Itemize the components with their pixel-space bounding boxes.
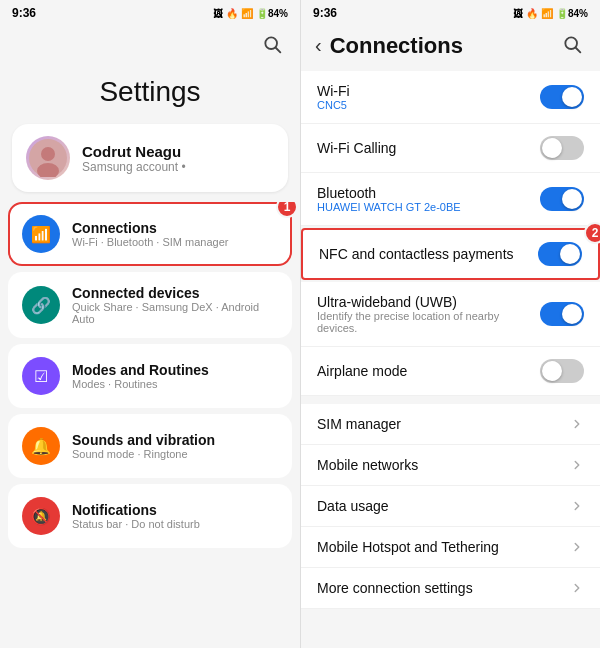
sounds-icon: 🔔 [22,427,60,465]
menu-item-modes-routines[interactable]: ☑ Modes and Routines Modes · Routines [8,344,292,408]
sounds-title: Sounds and vibration [72,432,215,448]
conn-item-uwb[interactable]: Ultra-wideband (UWB) Identify the precis… [301,282,600,347]
data-usage-name: Data usage [317,498,389,514]
nfc-left: NFC and contactless payments [319,246,514,262]
left-status-bar: 9:36 🖼 🔥 📶 🔋84% [0,0,300,24]
user-sub: Samsung account • [82,160,186,174]
connections-list: Wi-Fi CNC5 Wi-Fi Calling Bluetooth HUAWE… [301,71,600,648]
nfc-name: NFC and contactless payments [319,246,514,262]
bluetooth-sub: HUAWEI WATCH GT 2e-0BE [317,201,461,213]
connected-devices-icon: 🔗 [22,286,60,324]
uwb-left: Ultra-wideband (UWB) Identify the precis… [317,294,540,334]
connected-devices-text: Connected devices Quick Share · Samsung … [72,285,278,325]
wifi-calling-name: Wi-Fi Calling [317,140,396,156]
menu-item-sounds[interactable]: 🔔 Sounds and vibration Sound mode · Ring… [8,414,292,478]
battery-icon: 🔋84% [256,8,288,19]
modes-routines-title: Modes and Routines [72,362,209,378]
menu-item-connections[interactable]: 📶 Connections Wi-Fi · Bluetooth · SIM ma… [8,202,292,266]
conn-item-nfc[interactable]: NFC and contactless payments 2 [301,228,600,280]
wifi-toggle[interactable] [540,85,584,109]
mobile-networks-arrow-icon [570,458,584,472]
flame-icon: 🔥 [226,8,238,19]
signal-icon: 📶 [241,8,253,19]
nfc-badge: 2 [584,222,600,244]
sounds-sub: Sound mode · Ringtone [72,448,215,460]
menu-item-notifications[interactable]: 🔕 Notifications Status bar · Do not dist… [8,484,292,548]
notifications-sub: Status bar · Do not disturb [72,518,200,530]
connections-search-icon [562,34,582,54]
conn-item-mobile-networks[interactable]: Mobile networks [301,445,600,486]
avatar [26,136,70,180]
airplane-left: Airplane mode [317,363,407,379]
conn-item-wifi[interactable]: Wi-Fi CNC5 [301,71,600,124]
connections-sub: Wi-Fi · Bluetooth · SIM manager [72,236,229,248]
modes-routines-sub: Modes · Routines [72,378,209,390]
svg-line-1 [276,48,281,53]
hotspot-left: Mobile Hotspot and Tethering [317,539,499,555]
conn-item-wifi-calling[interactable]: Wi-Fi Calling [301,124,600,173]
notifications-text: Notifications Status bar · Do not distur… [72,502,200,530]
conn-item-more-conn[interactable]: More connection settings [301,568,600,609]
right-signal-icon: 📶 [541,8,553,19]
conn-item-data-usage[interactable]: Data usage [301,486,600,527]
conn-item-hotspot[interactable]: Mobile Hotspot and Tethering [301,527,600,568]
connections-search-button[interactable] [558,30,586,61]
uwb-sub: Identify the precise location of nearby … [317,310,540,334]
mobile-networks-name: Mobile networks [317,457,418,473]
left-search-bar [0,24,300,66]
modes-routines-text: Modes and Routines Modes · Routines [72,362,209,390]
conn-item-airplane[interactable]: Airplane mode [301,347,600,396]
right-notification-icon: 🖼 [513,8,523,19]
connections-icon: 📶 [22,215,60,253]
wifi-sub: CNC5 [317,99,350,111]
user-profile[interactable]: Codrut Neagu Samsung account • [12,124,288,192]
airplane-name: Airplane mode [317,363,407,379]
nfc-toggle[interactable] [538,242,582,266]
airplane-toggle[interactable] [540,359,584,383]
right-battery-icon: 🔋84% [556,8,588,19]
conn-item-sim[interactable]: SIM manager [301,404,600,445]
sim-arrow-icon [570,417,584,431]
back-button[interactable]: ‹ [315,34,322,57]
svg-point-3 [41,147,55,161]
hotspot-arrow-icon [570,540,584,554]
sim-left: SIM manager [317,416,401,432]
user-name: Codrut Neagu [82,143,186,160]
right-flame-icon: 🔥 [526,8,538,19]
notifications-icon: 🔕 [22,497,60,535]
wifi-calling-left: Wi-Fi Calling [317,140,396,156]
conn-gap-sim [301,396,600,404]
left-panel: 9:36 🖼 🔥 📶 🔋84% Settings Codrut [0,0,300,648]
right-status-bar: 9:36 🖼 🔥 📶 🔋84% [301,0,600,24]
left-time: 9:36 [12,6,36,20]
sim-name: SIM manager [317,416,401,432]
wifi-name: Wi-Fi [317,83,350,99]
right-status-icons: 🖼 🔥 📶 🔋84% [513,8,588,19]
uwb-name: Ultra-wideband (UWB) [317,294,540,310]
more-conn-left: More connection settings [317,580,473,596]
bluetooth-left: Bluetooth HUAWEI WATCH GT 2e-0BE [317,185,461,213]
connections-title: Connections [330,33,463,59]
menu-item-connected-devices[interactable]: 🔗 Connected devices Quick Share · Samsun… [8,272,292,338]
search-button[interactable] [256,28,288,60]
wifi-left: Wi-Fi CNC5 [317,83,350,111]
connections-badge: 1 [276,202,298,218]
hotspot-name: Mobile Hotspot and Tethering [317,539,499,555]
modes-routines-icon: ☑ [22,357,60,395]
bluetooth-toggle[interactable] [540,187,584,211]
left-status-icons: 🖼 🔥 📶 🔋84% [213,8,288,19]
svg-line-6 [576,48,581,53]
data-usage-left: Data usage [317,498,389,514]
menu-list: 📶 Connections Wi-Fi · Bluetooth · SIM ma… [0,202,300,648]
more-conn-arrow-icon [570,581,584,595]
connections-title: Connections [72,220,229,236]
wifi-calling-toggle[interactable] [540,136,584,160]
uwb-toggle[interactable] [540,302,584,326]
header-left: ‹ Connections [315,33,463,59]
right-time: 9:36 [313,6,337,20]
more-conn-name: More connection settings [317,580,473,596]
conn-item-bluetooth[interactable]: Bluetooth HUAWEI WATCH GT 2e-0BE [301,173,600,226]
notification-icon: 🖼 [213,8,223,19]
sounds-text: Sounds and vibration Sound mode · Ringto… [72,432,215,460]
connected-devices-sub: Quick Share · Samsung DeX · Android Auto [72,301,278,325]
